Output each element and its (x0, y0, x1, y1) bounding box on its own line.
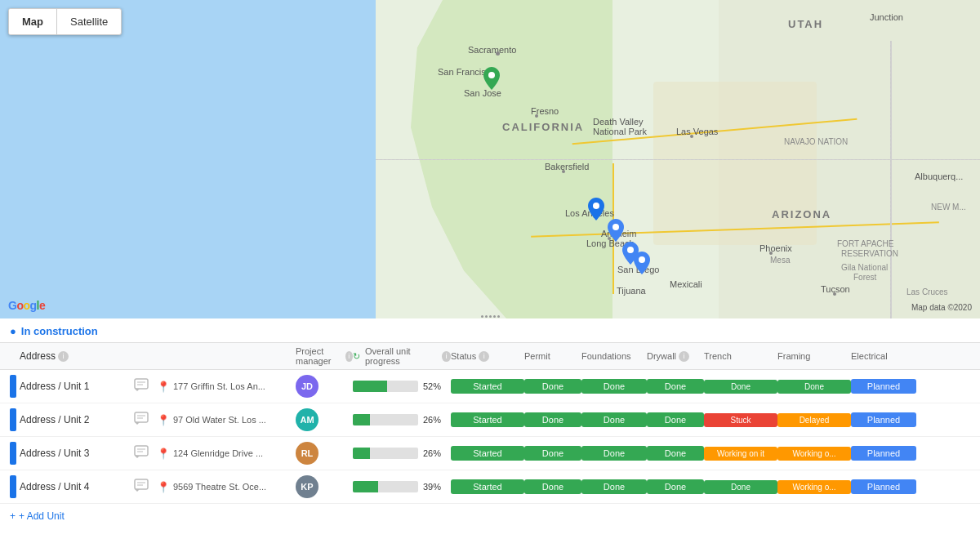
map-label-mesa: Mesa (770, 256, 790, 265)
row-progress: 52% (353, 381, 451, 392)
add-unit-button[interactable]: + + Add Unit (0, 504, 980, 528)
progress-info-icon[interactable]: i (442, 351, 451, 362)
row-address: 📍 177 Griffin St. Los An... (157, 381, 296, 393)
row-trench[interactable]: Working on it (704, 447, 777, 461)
row-trench[interactable]: Done (704, 380, 777, 394)
pin-sf[interactable] (483, 67, 500, 92)
row-electrical[interactable]: Planned (851, 379, 916, 394)
svg-rect-5 (135, 379, 148, 389)
row-status[interactable]: Started (451, 379, 524, 394)
comment-button[interactable] (134, 412, 157, 429)
progress-bar (353, 381, 418, 392)
col-header-electrical: Electrical (851, 351, 916, 361)
location-pin-icon: 📍 (157, 381, 170, 393)
location-pin-icon: 📍 (157, 414, 170, 426)
row-pm: RL (296, 442, 353, 465)
row-framing[interactable]: Delayed (777, 413, 851, 427)
pm-avatar: JD (296, 375, 318, 398)
map-label-california: CALIFORNIA (502, 121, 584, 133)
row-permit[interactable]: Done (524, 379, 581, 394)
row-drywall[interactable]: Done (647, 379, 704, 394)
svg-rect-14 (135, 479, 148, 489)
row-name: Address / Unit 1 (20, 381, 134, 392)
svg-point-0 (488, 72, 495, 78)
row-status[interactable]: Started (451, 479, 524, 494)
row-permit[interactable]: Done (524, 412, 581, 427)
row-status[interactable]: Started (451, 412, 524, 427)
google-logo: Google (8, 299, 45, 312)
row-trench[interactable]: Done (704, 480, 777, 494)
map-label-deathvalley2: National Park (593, 127, 647, 136)
map-attribution: Map data ©2020 (911, 303, 972, 312)
row-framing[interactable]: Working o... (777, 447, 851, 461)
row-electrical[interactable]: Planned (851, 446, 916, 461)
pin-anaheim[interactable] (608, 219, 624, 244)
col-header-framing: Framing (777, 351, 851, 361)
map-label-deathvalley: Death Valley (593, 117, 644, 127)
map-label-arizona: ARIZONA (772, 208, 831, 220)
drywall-info-icon[interactable]: i (679, 351, 689, 362)
progress-pct: 39% (423, 482, 441, 492)
map-label-fortapache: FORT APACHE (837, 239, 893, 248)
row-foundations[interactable]: Done (581, 379, 647, 394)
table-header: ● In construction (0, 318, 980, 343)
location-pin-icon: 📍 (157, 481, 170, 493)
map-view-button[interactable]: Map (9, 9, 57, 34)
map-container: Map Satellite Junction Sacramento San Fr… (0, 0, 980, 318)
satellite-view-button[interactable]: Satellite (57, 9, 121, 34)
address-info-icon[interactable]: i (58, 351, 69, 362)
progress-bar (353, 414, 418, 425)
row-foundations[interactable]: Done (581, 446, 647, 461)
table-rows: Address / Unit 1 📍 177 Griffin St. Los A… (0, 370, 980, 504)
map-label-gila: Gila National (841, 263, 888, 272)
row-progress: 26% (353, 414, 451, 425)
map-label-mexicali: Mexicali (670, 279, 702, 289)
map-label-lascruces: Las Cruces (906, 287, 948, 296)
row-foundations[interactable]: Done (581, 479, 647, 494)
pm-avatar: AM (296, 408, 318, 431)
table-row[interactable]: Address / Unit 1 📍 177 Griffin St. Los A… (0, 370, 980, 403)
row-trench[interactable]: Stuck (704, 413, 777, 427)
row-foundations[interactable]: Done (581, 412, 647, 427)
map-label-sacramento: Sacramento (468, 45, 516, 55)
comment-button[interactable] (134, 445, 157, 462)
row-status[interactable]: Started (451, 446, 524, 461)
map-label-navajo: NAVAJO NATION (784, 137, 848, 146)
progress-pct: 26% (423, 448, 441, 458)
section-icon: ● (10, 325, 16, 337)
map-label-albuquerque: Albuquerq... (915, 172, 963, 181)
table-row[interactable]: Address / Unit 2 📍 97 Old Water St. Los … (0, 403, 980, 437)
map-satellite-toggle[interactable]: Map Satellite (8, 8, 122, 35)
col-header-pm: Project manager i (296, 346, 353, 366)
pm-info-icon[interactable]: i (345, 351, 353, 362)
table-row[interactable]: Address / Unit 4 📍 9569 Theatre St. Oce.… (0, 470, 980, 504)
row-electrical[interactable]: Planned (851, 479, 916, 494)
row-pm: AM (296, 408, 353, 431)
map-label-phoenix: Phoenix (760, 243, 792, 253)
map-label-bakersfield: Bakersfield (545, 162, 589, 172)
row-framing[interactable]: Done (777, 380, 851, 394)
pin-sandiego[interactable] (634, 252, 650, 277)
col-header-foundations: Foundations (581, 351, 647, 361)
row-permit[interactable]: Done (524, 446, 581, 461)
row-framing[interactable]: Working o... (777, 480, 851, 494)
row-drywall[interactable]: Done (647, 479, 704, 494)
pm-avatar: RL (296, 442, 318, 465)
row-electrical[interactable]: Planned (851, 412, 916, 427)
map-label-tijuana: Tijuana (617, 286, 646, 296)
progress-pct: 26% (423, 415, 441, 425)
map-label-reservation: RESERVATION (841, 249, 898, 258)
comment-button[interactable] (134, 479, 157, 496)
row-drywall[interactable]: Done (647, 412, 704, 427)
col-header-name: Address i (20, 350, 134, 362)
row-drywall[interactable]: Done (647, 446, 704, 461)
table-row[interactable]: Address / Unit 3 📍 124 Glenridge Drive .… (0, 437, 980, 470)
row-address: 📍 9569 Theatre St. Oce... (157, 481, 296, 493)
svg-point-2 (612, 224, 619, 230)
status-info-icon[interactable]: i (479, 351, 489, 362)
comment-button[interactable] (134, 378, 157, 395)
col-header-status: Status i (451, 351, 524, 362)
row-permit[interactable]: Done (524, 479, 581, 494)
pin-la[interactable] (588, 198, 604, 223)
col-header-permit: Permit (524, 351, 581, 361)
